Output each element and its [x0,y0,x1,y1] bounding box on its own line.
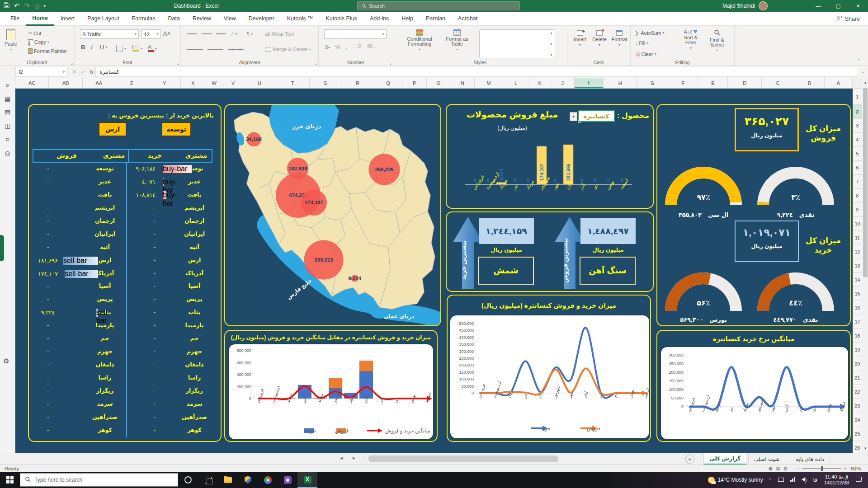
indent-icons[interactable]: ⇤ ⇥ [231,47,241,52]
format-painter-button[interactable]: Format Painter [28,48,67,54]
ribbon-tab-kutools-plus[interactable]: Kutools Plus [320,12,363,26]
column-header-R[interactable]: R [341,78,374,88]
close-button[interactable]: ✕ [848,0,868,12]
row-header-7[interactable]: 7 [853,175,862,189]
borders-icon[interactable] [116,45,123,52]
bold-button[interactable]: B [81,44,85,51]
scroll-up-icon[interactable]: ▲ [862,79,868,86]
column-header-Q[interactable]: Q [374,78,402,88]
column-header-E[interactable]: E [698,78,728,88]
zoom-level[interactable]: 90% [851,466,861,471]
kutools-vertical-tab[interactable] [0,235,4,261]
comma-icon[interactable]: , [345,44,347,50]
column-header-S[interactable]: S [310,78,341,88]
chrome-icon[interactable] [258,472,278,488]
maximize-button[interactable]: ▢ [828,0,848,12]
security-shield-icon[interactable] [238,472,258,488]
volume-tray-icon[interactable]: ) [802,477,807,483]
ribbon-tab-developer[interactable]: Developer [243,12,280,26]
weather-widget[interactable]: 14°C Mostly sunny [708,477,763,483]
undo-icon[interactable]: ↶ [14,2,20,10]
column-header-Z[interactable]: Z [115,78,148,88]
tab-scroll-left-icon[interactable]: ◄ [339,455,344,460]
align-bottom-icon[interactable] [216,30,226,36]
ribbon-tab-kutools-[interactable]: Kutools ™ [281,12,319,26]
product-dropdown-arrow[interactable]: ▼ [570,112,577,121]
align-left-icon[interactable] [187,46,203,51]
row-header-3[interactable]: 3 [853,119,862,133]
cut-button[interactable]: ✂Cut [28,30,41,36]
column-header-D[interactable]: D [728,78,761,88]
ribbon-tab-acrobat[interactable]: Acrobat [452,12,483,26]
row-header-21[interactable]: 21 [853,371,862,385]
cell-styles-gallery[interactable]: ▲▼▼ [479,29,555,58]
qat-customize-icon[interactable]: ▾ [44,4,46,8]
ribbon-tab-help[interactable]: Help [396,12,419,26]
search-input[interactable]: Search [357,1,520,10]
ribbon-tab-add-ins[interactable]: Add-ins [364,12,395,26]
zoom-out-icon[interactable]: − [797,466,799,471]
zoom-slider[interactable] [802,468,841,469]
column-header-U[interactable]: U [243,78,276,88]
font-size-select[interactable]: 12▾ [142,29,160,39]
insert-pane-icon[interactable]: ⌗ [6,136,9,143]
formula-input[interactable]: كنسانتره [95,67,858,77]
row-header-25[interactable]: 25 [853,427,862,441]
ribbon-tab-home[interactable]: Home [26,12,54,26]
share-button[interactable]: Share [836,12,860,26]
row-header-18[interactable]: 18 [853,329,862,343]
autosum-button[interactable]: ∑AutoSum▾ [635,29,665,36]
row-header-13[interactable]: 13 [853,259,862,273]
format-cells-button[interactable]: Format▾ [610,30,629,47]
page-break-view-icon[interactable]: ▥ [783,466,788,471]
start-button[interactable] [0,472,20,488]
clear-button[interactable]: ◪Clear▾ [635,51,656,57]
scroll-down-icon[interactable]: ▼ [862,445,868,452]
row-header-9[interactable]: 9 [853,203,862,217]
sheet-tab-inactive[interactable]: داده های پایه [790,453,830,465]
row-header-20[interactable]: 20 [853,357,862,371]
row-header-11[interactable]: 11 [853,231,862,245]
tray-expand-icon[interactable]: ⌃ [768,478,772,483]
column-header-I[interactable]: I [575,78,604,88]
align-middle-icon[interactable] [202,30,212,36]
column-header-K[interactable]: K [529,78,551,88]
currency-icon[interactable]: $▾ [325,44,330,50]
action-center-icon[interactable] [856,477,862,483]
row-header-2[interactable]: 2 [853,105,862,119]
ribbon-tab-page-layout[interactable]: Page Layout [81,12,125,26]
column-header-G[interactable]: G [637,78,668,88]
row-header-1[interactable]: 1 [853,89,862,105]
excel-taskbar-icon[interactable]: X [297,472,317,488]
fill-color-icon[interactable] [132,45,139,52]
tab-scroll-right-icon[interactable]: ► [352,455,356,460]
save-icon[interactable] [4,2,9,9]
find-select-button[interactable]: Find & Select▾ [705,29,729,52]
ribbon-tab-formulas[interactable]: Formulas [126,12,161,26]
column-header-P[interactable]: P [402,78,427,88]
grow-font-icon[interactable]: A˄ [163,30,170,37]
align-center-icon[interactable] [208,46,223,51]
font-name-select[interactable]: B Traffic▾ [80,29,139,39]
vertical-scroll-thumb[interactable] [863,88,868,277]
row-header-6[interactable]: 6 [853,161,862,175]
row-header-14[interactable]: 14 [853,273,862,287]
underline-button[interactable]: U▾ [100,44,107,51]
select-all-corner[interactable] [853,78,862,89]
column-header-AB[interactable]: AB [49,78,82,88]
row-header-5[interactable]: 5 [853,147,862,161]
format-as-table-button[interactable]: Format as Table▾ [442,29,472,52]
percent-icon[interactable]: % [335,44,340,50]
column-header-AA[interactable]: AA [83,78,115,88]
copy-button[interactable]: Copy▾ [28,39,49,45]
ribbon-tab-review[interactable]: Review [187,12,217,26]
sheet-tab-active[interactable]: گزارش کلی [703,453,746,465]
column-header-X[interactable]: X [181,78,205,88]
file-explorer-icon[interactable] [218,472,238,488]
display-tray-icon[interactable] [778,477,784,483]
column-header-M[interactable]: M [475,78,503,88]
taskbar-search-input[interactable]: Type here to search [20,473,178,487]
column-header-L[interactable]: L [503,78,529,88]
fill-button[interactable]: ↓Fill▾ [635,40,649,46]
row-header-23[interactable]: 23 [853,399,862,413]
